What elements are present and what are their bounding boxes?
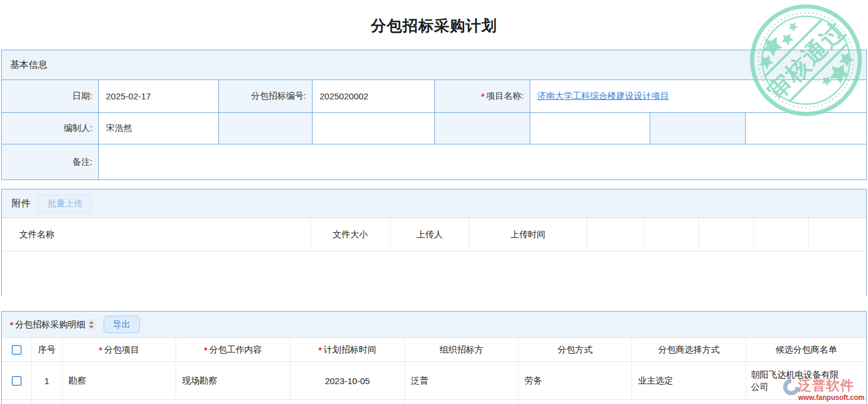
col-plan-bid-time: * 计划招标时间 — [290, 338, 405, 361]
export-button[interactable]: 导出 — [104, 316, 140, 333]
col-empty — [699, 218, 754, 251]
attachments-title: 附件 — [12, 198, 30, 210]
spinner-up-down-icon[interactable] — [87, 319, 95, 330]
date-label: 日期: — [2, 80, 99, 112]
date-value: 2025-02-17 — [99, 80, 219, 112]
spinner-up-icon — [89, 321, 94, 324]
empty-label-cell — [650, 113, 746, 144]
empty-value-cell — [313, 113, 435, 144]
bid-no-label: 分包招标编号: — [219, 80, 313, 112]
organizer-cell: 泛普 — [405, 362, 519, 399]
seq-cell: 1 — [32, 362, 63, 399]
details-header: * 分包招标采购明细 导出 — [2, 312, 866, 338]
required-asterisk: * — [318, 345, 322, 355]
author-value: 宋浩然 — [99, 113, 219, 144]
project-name-link[interactable]: 济南大学工科综合楼建设设计项目 — [537, 91, 669, 102]
attachments-empty-body — [2, 251, 866, 296]
col-candidates: 候选分包商名单 — [746, 338, 866, 361]
col-work-content: * 分包工作内容 — [176, 338, 290, 361]
page: 分包招标采购计划 基本信息 日期: 2025-02-17 分包招标编号: 202… — [0, 0, 868, 404]
work-cell: 现场勘察 — [176, 362, 290, 399]
col-organizer: 组织招标方 — [405, 338, 519, 361]
author-label: 编制人: — [2, 113, 99, 144]
col-empty — [809, 218, 866, 251]
required-asterisk: * — [10, 320, 13, 330]
spinner-down-icon — [89, 326, 94, 329]
batch-upload-button[interactable]: 批量上传 — [37, 195, 92, 213]
col-empty — [587, 218, 644, 251]
bid-no-value: 2025020002 — [313, 80, 435, 112]
attachments-section: 附件 批量上传 文件名称 文件大小 上传人 上传时间 — [1, 189, 867, 296]
basic-info-row-3: 备注: — [2, 144, 866, 179]
col-upload-time: 上传时间 — [469, 218, 587, 251]
row-checkbox[interactable] — [12, 376, 22, 386]
project-name-cell: 济南大学工科综合楼建设设计项目 — [530, 80, 866, 112]
method-cell: 劳务 — [519, 362, 632, 399]
details-table-header: 序号 * 分包项目 * 分包工作内容 * 计划招标时间 组织招标方 分包方式 分… — [2, 338, 866, 362]
col-subcontract-project: * 分包项目 — [63, 338, 176, 361]
basic-info-header: 基本信息 — [2, 50, 866, 80]
basic-info-row-1: 日期: 2025-02-17 分包招标编号: 2025020002 * 项目名称… — [2, 80, 866, 113]
empty-label-cell — [435, 113, 530, 144]
select-all-cell — [2, 338, 32, 361]
col-subcontract-method: 分包方式 — [519, 338, 632, 361]
col-empty — [754, 218, 809, 251]
details-table-row: 1 勘察 现场勘察 2023-10-05 泛普 劳务 业主选定 朝阳飞达机电设备… — [2, 362, 866, 400]
basic-info-title: 基本信息 — [10, 59, 47, 71]
vendor-url-text: www.fanpusoft.com — [798, 393, 864, 402]
remark-label: 备注: — [2, 144, 99, 179]
col-empty — [644, 218, 699, 251]
page-title: 分包招标采购计划 — [0, 16, 868, 36]
col-file-size: 文件大小 — [311, 218, 390, 251]
select-all-checkbox[interactable] — [12, 345, 22, 355]
details-title: 分包招标采购明细 — [15, 319, 85, 330]
vendor-watermark: 泛普软件 www.fanpusoft.com — [781, 379, 864, 402]
attachments-header: 附件 批量上传 — [2, 189, 866, 218]
attachments-table-header: 文件名称 文件大小 上传人 上传时间 — [2, 218, 866, 251]
basic-info-row-2: 编制人: 宋浩然 — [2, 113, 866, 144]
basic-info-section: 基本信息 日期: 2025-02-17 分包招标编号: 2025020002 *… — [1, 50, 867, 180]
empty-value-cell — [746, 113, 866, 144]
plan-time-cell: 2023-10-05 — [290, 362, 405, 399]
empty-value-cell — [530, 113, 650, 144]
col-file-name: 文件名称 — [2, 218, 311, 251]
row-select-cell — [2, 362, 32, 399]
empty-label-cell — [219, 113, 313, 144]
required-asterisk: * — [481, 91, 485, 101]
col-seq: 序号 — [32, 338, 63, 361]
col-selection-method: 分包商选择方式 — [632, 338, 746, 361]
col-uploader: 上传人 — [390, 218, 469, 251]
selection-cell: 业主选定 — [632, 362, 746, 399]
vendor-brand-text: 泛普软件 — [798, 379, 854, 392]
details-section: * 分包招标采购明细 导出 序号 * 分包项目 * 分包工作内容 — [1, 311, 867, 404]
remark-value — [99, 144, 866, 179]
required-asterisk: * — [99, 345, 102, 355]
details-partial-row — [2, 400, 866, 404]
required-asterisk: * — [204, 345, 208, 355]
project-name-label: * 项目名称: — [435, 80, 530, 112]
project-cell: 勘察 — [63, 362, 176, 399]
